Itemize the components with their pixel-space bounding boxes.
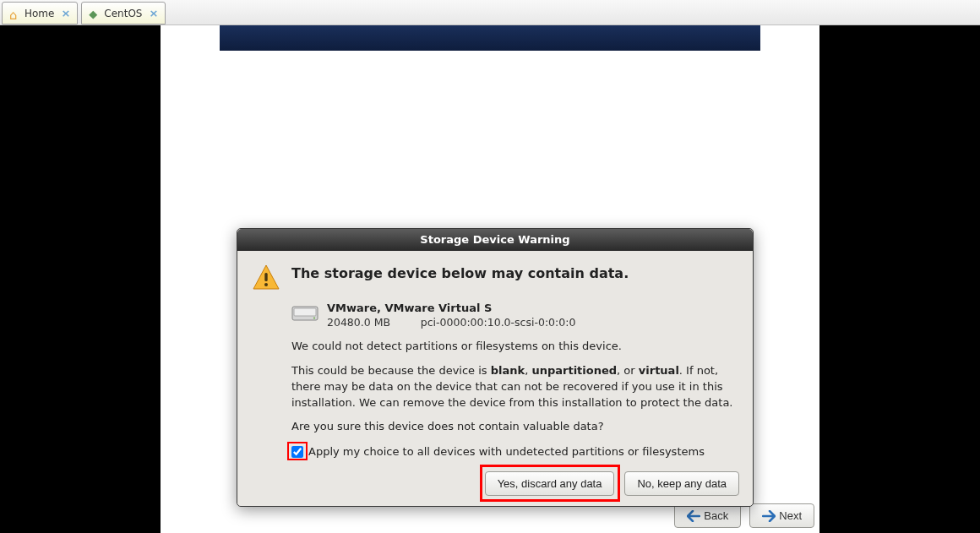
device-detail: 20480.0 MB pci-0000:00:10.0-scsi-0:0:0:0 xyxy=(327,316,575,329)
storage-warning-dialog: Storage Device Warning The storage devic… xyxy=(237,228,754,507)
back-button[interactable]: Back xyxy=(674,503,741,528)
disk-icon xyxy=(291,303,318,324)
apply-all-row: Apply my choice to all devices with unde… xyxy=(291,445,739,458)
tab-centos[interactable]: CentOS × xyxy=(81,2,166,24)
back-label: Back xyxy=(704,509,728,522)
discard-data-button[interactable]: Yes, discard any data xyxy=(485,471,615,496)
dialog-text: We could not detect partitions or filesy… xyxy=(291,339,739,435)
dialog-title: Storage Device Warning xyxy=(237,229,753,251)
svg-point-4 xyxy=(313,318,315,319)
device-info: VMware, VMware Virtual S 20480.0 MB pci-… xyxy=(327,302,575,329)
next-button[interactable]: Next xyxy=(749,503,814,528)
keep-data-button[interactable]: No, keep any data xyxy=(624,471,739,496)
installer-banner xyxy=(220,25,760,51)
apply-all-label: Apply my choice to all devices with unde… xyxy=(308,445,705,458)
vm-display: sdn.net/CSDN_lihe Back Next Storage Devi… xyxy=(0,25,980,533)
dialog-para2: This could be because the device is blan… xyxy=(291,363,739,411)
device-size: 20480.0 MB xyxy=(327,316,390,329)
tab-home[interactable]: Home × xyxy=(2,2,78,24)
device-path: pci-0000:00:10.0-scsi-0:0:0:0 xyxy=(421,316,576,329)
close-icon[interactable]: × xyxy=(61,8,70,19)
device-name: VMware, VMware Virtual S xyxy=(327,302,575,314)
dialog-para1: We could not detect partitions or filesy… xyxy=(291,339,739,355)
svg-rect-0 xyxy=(264,273,267,281)
next-label: Next xyxy=(779,509,802,522)
dialog-body: The storage device below may contain dat… xyxy=(237,251,753,506)
warning-icon xyxy=(251,263,281,293)
dialog-heading: The storage device below may contain dat… xyxy=(291,263,629,281)
svg-rect-3 xyxy=(294,308,316,316)
arrow-left-icon xyxy=(687,510,700,522)
svg-point-1 xyxy=(264,283,268,286)
home-icon xyxy=(9,8,21,19)
tab-label: CentOS xyxy=(104,8,142,19)
arrow-right-icon xyxy=(762,510,776,522)
tab-label: Home xyxy=(24,8,54,19)
close-icon[interactable]: × xyxy=(149,8,158,19)
apply-all-checkbox[interactable] xyxy=(291,446,303,458)
wizard-nav: Back Next xyxy=(674,503,814,528)
dialog-para3: Are you sure this device does not contai… xyxy=(291,419,739,435)
tab-bar: Home × CentOS × xyxy=(0,0,980,25)
dialog-buttons: Yes, discard any data No, keep any data xyxy=(251,471,739,496)
centos-icon xyxy=(89,8,101,19)
